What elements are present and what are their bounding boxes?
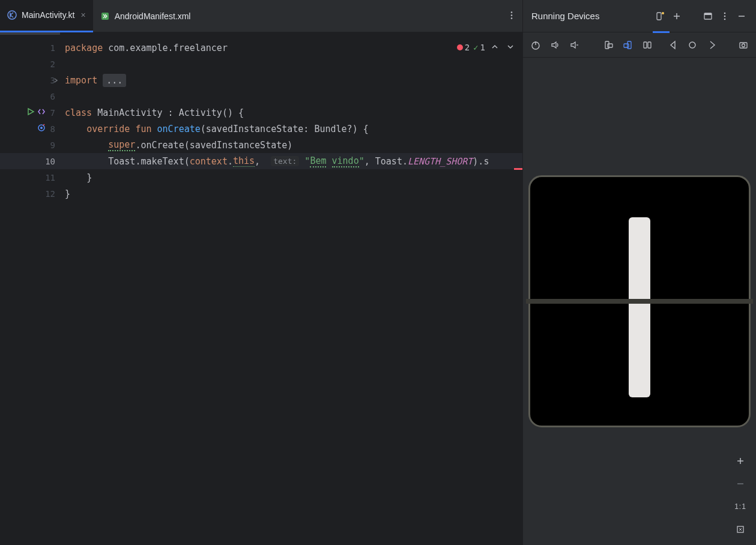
tab-overflow-icon[interactable] [507,10,516,22]
fold-chevron-icon[interactable] [53,76,59,85]
svg-rect-20 [648,42,651,48]
svg-point-8 [662,12,664,14]
svg-point-11 [724,12,726,14]
line-number[interactable]: 6 [0,88,62,104]
line-number[interactable]: 12 [0,185,62,202]
device-hinge [526,299,753,304]
fold-placeholder[interactable]: ... [103,74,126,87]
device-dialog[interactable] [629,217,650,397]
svg-point-12 [724,15,726,17]
line-number[interactable]: 8 [0,121,62,137]
error-stripe-marker[interactable] [514,168,522,170]
tab-mainactivity[interactable]: MainActivity.kt × [0,0,93,32]
rotate-right-icon[interactable] [621,38,635,52]
tab-label: AndroidManifest.xml [115,11,191,21]
zoom-controls: 1:1 [733,454,748,537]
run-gutter-icon[interactable] [26,107,35,118]
tab-label: MainActivity.kt [22,10,74,20]
power-icon[interactable] [529,38,543,52]
code-content[interactable]: 2 ✓1 package com.example.freelancer impo… [62,35,522,545]
code-gutter-icon[interactable] [37,107,46,118]
line-number[interactable]: 2 [0,56,62,72]
rotate-left-icon[interactable] [602,38,615,52]
svg-rect-7 [657,13,661,20]
error-count[interactable]: 2 [457,43,470,52]
code-area[interactable]: 1 2 3 6 7 8 9 [0,35,522,545]
line-number[interactable]: 7 [0,104,62,121]
window-mode-icon[interactable] [702,10,714,22]
line-number[interactable]: 10 [0,153,62,169]
zoom-in-icon[interactable] [733,454,748,468]
zoom-fit-icon[interactable] [733,522,748,537]
device-panel-header: Running Devices [523,0,756,32]
line-number[interactable]: 9 [0,137,62,153]
svg-point-6 [40,127,43,129]
kotlin-file-icon [7,10,17,20]
gutter: 1 2 3 6 7 8 9 [0,35,62,545]
line-number[interactable]: 11 [0,169,62,185]
prev-highlight-icon[interactable] [489,42,501,53]
minimize-panel-icon[interactable] [736,10,748,22]
svg-rect-22 [740,43,747,48]
manifest-file-icon [100,11,110,21]
add-device-icon[interactable] [671,10,683,22]
svg-point-13 [724,18,726,20]
svg-point-0 [8,11,16,19]
zoom-actual-button[interactable]: 1:1 [733,499,748,514]
parameter-hint: text: [271,156,299,166]
volume-down-icon[interactable] [568,38,582,52]
svg-rect-16 [608,44,612,47]
zoom-out-icon[interactable] [733,477,748,491]
inspection-status: 2 ✓1 [457,42,516,53]
emulator-device-frame[interactable] [528,175,751,427]
svg-rect-19 [644,42,647,48]
device-toolbar [523,32,756,58]
tab-manifest[interactable]: AndroidManifest.xml [93,0,198,32]
warning-count[interactable]: ✓1 [473,43,485,52]
svg-rect-18 [624,44,629,47]
fold-posture-icon[interactable] [641,38,655,52]
svg-point-21 [689,42,695,48]
tab-bar: MainActivity.kt × AndroidManifest.xml [0,0,522,32]
svg-point-2 [511,11,513,13]
panel-title: Running Devices [531,11,599,21]
running-devices-panel: Running Devices [522,0,756,545]
volume-up-icon[interactable] [549,38,563,52]
next-highlight-icon[interactable] [504,42,516,53]
screenshot-icon[interactable] [736,38,750,52]
editor-panel: MainActivity.kt × AndroidManifest.xml 1 … [0,0,522,545]
svg-rect-10 [704,13,712,15]
svg-point-4 [511,17,513,19]
line-number[interactable]: 3 [0,72,62,88]
nav-back-icon[interactable] [666,38,680,52]
more-options-icon[interactable] [719,10,731,22]
svg-point-3 [511,14,513,16]
override-gutter-icon[interactable] [37,124,46,134]
svg-point-23 [742,44,745,47]
nav-home-icon[interactable] [686,38,700,52]
close-icon[interactable]: × [80,10,85,20]
line-number[interactable]: 1 [0,40,62,56]
nav-overview-icon[interactable] [706,38,719,52]
device-tab-icon[interactable] [654,10,666,22]
device-viewport[interactable]: 1:1 [523,58,756,545]
